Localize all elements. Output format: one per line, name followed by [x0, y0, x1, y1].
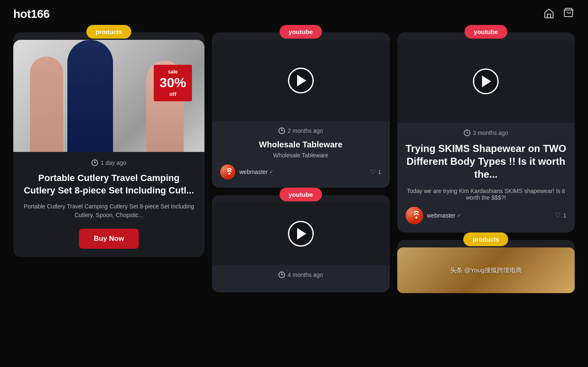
yt-time-text-2: 4 months ago — [288, 272, 323, 278]
product-image: sale 30% off — [13, 40, 204, 152]
author-avatar-large — [406, 207, 423, 224]
yt-card-large-inner: 3 months ago Trying SKIMS Shapewear on T… — [397, 40, 575, 232]
products-card-small: products 头条 @Youg搜狐跨境电商 — [397, 240, 575, 293]
yt-badge-large: youtube — [465, 25, 507, 39]
heart-icon-large — [555, 211, 561, 219]
header: hot166 — [0, 0, 588, 28]
products-badge-small: products — [463, 232, 508, 246]
like-count-1: 1 — [378, 169, 381, 175]
yt-subtitle-1: Wholesale Tableware — [220, 152, 381, 159]
yt-card-2-inner: 4 months ago — [212, 203, 390, 292]
clock-icon-large — [464, 130, 470, 136]
main-grid: products sale — [0, 28, 588, 306]
yt-thumb-large — [397, 40, 575, 123]
yt-card-1: youtube 2 months ago Wholesale Tableware… — [212, 32, 390, 188]
author-name-1: webmaster ✓ — [239, 169, 273, 175]
yt-footer-large: webmaster ✓ 1 — [397, 201, 575, 224]
yt-title-1: Wholesale Tableware — [220, 140, 381, 149]
col-right: youtube 3 months ago Trying SKIMS Shapew… — [397, 32, 575, 293]
product-title: Portable Cutlery Travel Camping Cutlery … — [22, 172, 196, 196]
product-time-text: 1 day ago — [101, 159, 126, 166]
product-time: 1 day ago — [22, 159, 196, 166]
yt-time-large: 3 months ago — [406, 130, 567, 136]
sale-tag: sale 30% off — [154, 65, 192, 101]
col-mid: youtube 2 months ago Wholesale Tableware… — [212, 32, 390, 293]
like-area-1: 1 — [370, 168, 381, 176]
yt-thumb-1 — [212, 40, 390, 121]
author-avatar-1 — [220, 164, 235, 179]
product-badge: products — [86, 25, 131, 39]
like-area-large: 1 — [555, 211, 566, 219]
products-small-text: 头条 @Youg搜狐跨境电商 — [450, 266, 522, 274]
buy-now-button[interactable]: Buy Now — [79, 229, 139, 249]
verified-icon-1: ✓ — [269, 169, 273, 175]
like-count-large: 1 — [563, 212, 566, 219]
yt-badge-2: youtube — [280, 188, 322, 201]
yt-time-2: 4 months ago — [220, 272, 381, 278]
author-name-large: webmaster ✓ — [427, 212, 461, 219]
product-desc: Portable Cutlery Travel Camping Cutlery … — [22, 202, 196, 220]
author-area-1: webmaster ✓ — [220, 164, 273, 179]
svg-point-1 — [229, 173, 231, 175]
clock-icon — [91, 159, 98, 166]
yt-card-2: youtube 4 months ago — [212, 195, 390, 292]
product-body: 1 day ago Portable Cutlery Travel Campin… — [13, 152, 204, 257]
yt-body-1: 2 months ago Wholesale Tableware Wholesa… — [212, 121, 390, 159]
cart-icon[interactable] — [563, 7, 575, 21]
home-icon[interactable] — [543, 7, 555, 21]
yt-time-text-large: 3 months ago — [473, 130, 508, 136]
play-triangle-1 — [297, 75, 306, 86]
product-card-inner: sale 30% off 1 day ago Portable Cutlery … — [13, 40, 204, 257]
play-button-2[interactable] — [288, 221, 314, 247]
yt-badge-1: youtube — [280, 25, 322, 39]
play-triangle-2 — [297, 228, 306, 240]
yt-body-2: 4 months ago — [212, 265, 390, 278]
products-small-photo: 头条 @Youg搜狐跨境电商 — [397, 247, 575, 293]
yt-body-large: 3 months ago Trying SKIMS Shapewear on T… — [397, 123, 575, 181]
yt-title-large: Trying SKIMS Shapewear on TWO Different … — [406, 142, 567, 181]
svg-point-2 — [415, 216, 417, 218]
yt-desc-large: Today we are trying Kim Kardashians SKIM… — [397, 184, 575, 201]
yt-footer-1: webmaster ✓ 1 — [212, 159, 390, 179]
logo: hot166 — [13, 7, 49, 21]
yt-thumb-2 — [212, 203, 390, 265]
play-triangle-large — [482, 76, 491, 87]
play-button-large[interactable] — [473, 69, 499, 94]
clock-icon-yt1 — [278, 127, 285, 134]
clock-icon-yt2 — [278, 272, 285, 278]
heart-icon-1 — [370, 168, 376, 176]
author-area-large: webmaster ✓ — [406, 207, 461, 224]
product-card: products sale — [13, 32, 204, 257]
header-icons — [543, 7, 575, 21]
yt-card-large: youtube 3 months ago Trying SKIMS Shapew… — [397, 32, 575, 232]
play-button-1[interactable] — [288, 68, 314, 93]
yt-time-text-1: 2 months ago — [288, 127, 323, 134]
yt-time-1: 2 months ago — [220, 127, 381, 134]
col-left: products sale — [13, 32, 204, 293]
yt-card-1-inner: 2 months ago Wholesale Tableware Wholesa… — [212, 40, 390, 188]
verified-icon-large: ✓ — [457, 213, 461, 218]
